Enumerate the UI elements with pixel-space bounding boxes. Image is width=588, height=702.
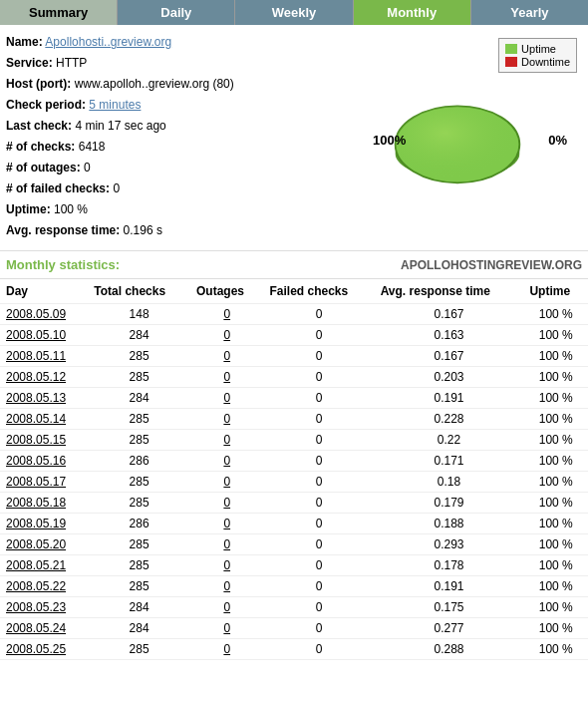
cell-day[interactable]: 2008.05.16: [0, 451, 88, 472]
cell-day[interactable]: 2008.05.09: [0, 304, 88, 325]
col-outages: Outages: [190, 279, 264, 304]
cell-uptime: 100 %: [523, 451, 588, 472]
cell-avg-resp: 0.188: [375, 514, 524, 534]
num-checks-row: # of checks: 6418: [6, 138, 353, 156]
cell-outages[interactable]: 0: [190, 430, 264, 451]
tab-daily[interactable]: Daily: [118, 0, 235, 25]
col-avg-resp: Avg. response time: [375, 279, 524, 304]
cell-outages[interactable]: 0: [190, 597, 264, 618]
data-table: Day Total checks Outages Failed checks A…: [0, 279, 588, 660]
table-row: 2008.05.14285000.228100 %: [0, 409, 588, 430]
table-row: 2008.05.23284000.175100 %: [0, 597, 588, 618]
cell-outages[interactable]: 0: [190, 576, 264, 597]
cell-uptime: 100 %: [523, 367, 588, 388]
table-row: 2008.05.25285000.288100 %: [0, 639, 588, 660]
cell-day[interactable]: 2008.05.20: [0, 534, 88, 555]
info-section: Name: Apollohosti..greview.org Service: …: [0, 25, 588, 251]
legend-downtime-color: [505, 57, 517, 67]
cell-day[interactable]: 2008.05.13: [0, 388, 88, 409]
cell-uptime: 100 %: [523, 409, 588, 430]
cell-avg-resp: 0.288: [375, 639, 524, 660]
table-row: 2008.05.15285000.22100 %: [0, 430, 588, 451]
num-checks-value: 6418: [79, 140, 106, 154]
cell-avg-resp: 0.18: [375, 472, 524, 493]
num-checks-label: # of checks:: [6, 140, 75, 154]
cell-avg-resp: 0.175: [375, 597, 524, 618]
last-check-label: Last check:: [6, 119, 72, 133]
cell-outages[interactable]: 0: [190, 493, 264, 514]
table-row: 2008.05.24284000.277100 %: [0, 618, 588, 639]
cell-day[interactable]: 2008.05.24: [0, 618, 88, 639]
uptime-label: Uptime:: [6, 202, 51, 216]
cell-day[interactable]: 2008.05.12: [0, 367, 88, 388]
cell-total: 285: [88, 346, 190, 367]
cell-avg-resp: 0.167: [375, 304, 524, 325]
cell-failed: 0: [264, 325, 375, 346]
cell-outages[interactable]: 0: [190, 639, 264, 660]
legend-uptime-color: [505, 44, 517, 54]
table-header-row: Day Total checks Outages Failed checks A…: [0, 279, 588, 304]
cell-uptime: 100 %: [523, 472, 588, 493]
cell-uptime: 100 %: [523, 514, 588, 534]
info-left: Name: Apollohosti..greview.org Service: …: [6, 33, 353, 242]
cell-outages[interactable]: 0: [190, 346, 264, 367]
cell-avg-resp: 0.277: [375, 618, 524, 639]
table-row: 2008.05.22285000.191100 %: [0, 576, 588, 597]
cell-day[interactable]: 2008.05.11: [0, 346, 88, 367]
table-row: 2008.05.18285000.179100 %: [0, 493, 588, 514]
cell-outages[interactable]: 0: [190, 304, 264, 325]
cell-uptime: 100 %: [523, 346, 588, 367]
cell-day[interactable]: 2008.05.10: [0, 325, 88, 346]
cell-outages[interactable]: 0: [190, 514, 264, 534]
service-value: HTTP: [56, 56, 87, 70]
cell-outages[interactable]: 0: [190, 555, 264, 576]
cell-total: 284: [88, 597, 190, 618]
tab-weekly[interactable]: Weekly: [235, 0, 353, 25]
cell-outages[interactable]: 0: [190, 472, 264, 493]
cell-avg-resp: 0.171: [375, 451, 524, 472]
cell-day[interactable]: 2008.05.15: [0, 430, 88, 451]
pie-label-downtime: 0%: [548, 133, 567, 148]
tab-monthly[interactable]: Monthly: [354, 0, 471, 25]
table-header: Day Total checks Outages Failed checks A…: [0, 279, 588, 304]
tab-yearly[interactable]: Yearly: [471, 0, 588, 25]
cell-day[interactable]: 2008.05.21: [0, 555, 88, 576]
cell-day[interactable]: 2008.05.22: [0, 576, 88, 597]
stats-header: Monthly statistics: APOLLOHOSTINGREVIEW.…: [0, 251, 588, 279]
cell-day[interactable]: 2008.05.19: [0, 514, 88, 534]
cell-avg-resp: 0.167: [375, 346, 524, 367]
cell-day[interactable]: 2008.05.17: [0, 472, 88, 493]
cell-day[interactable]: 2008.05.14: [0, 409, 88, 430]
stats-domain: APOLLOHOSTINGREVIEW.ORG: [401, 258, 582, 272]
cell-total: 148: [88, 304, 190, 325]
cell-outages[interactable]: 0: [190, 388, 264, 409]
num-failed-label: # of failed checks:: [6, 181, 110, 195]
cell-outages[interactable]: 0: [190, 409, 264, 430]
cell-avg-resp: 0.203: [375, 367, 524, 388]
name-value[interactable]: Apollohosti..greview.org: [45, 35, 171, 49]
cell-day[interactable]: 2008.05.18: [0, 493, 88, 514]
cell-failed: 0: [264, 409, 375, 430]
cell-failed: 0: [264, 639, 375, 660]
legend-uptime-label: Uptime: [521, 43, 556, 55]
cell-uptime: 100 %: [523, 555, 588, 576]
cell-day[interactable]: 2008.05.25: [0, 639, 88, 660]
cell-failed: 0: [264, 534, 375, 555]
pie-label-uptime: 100%: [373, 133, 406, 148]
cell-outages[interactable]: 0: [190, 618, 264, 639]
cell-day[interactable]: 2008.05.23: [0, 597, 88, 618]
cell-uptime: 100 %: [523, 618, 588, 639]
table-row: 2008.05.12285000.203100 %: [0, 367, 588, 388]
cell-outages[interactable]: 0: [190, 451, 264, 472]
tab-summary[interactable]: Summary: [0, 0, 118, 25]
cell-failed: 0: [264, 451, 375, 472]
cell-uptime: 100 %: [523, 493, 588, 514]
avg-response-label: Avg. response time:: [6, 223, 120, 237]
cell-avg-resp: 0.178: [375, 555, 524, 576]
cell-uptime: 100 %: [523, 304, 588, 325]
cell-outages[interactable]: 0: [190, 534, 264, 555]
check-period-value[interactable]: 5 minutes: [89, 98, 141, 112]
cell-outages[interactable]: 0: [190, 367, 264, 388]
cell-total: 284: [88, 388, 190, 409]
cell-outages[interactable]: 0: [190, 325, 264, 346]
